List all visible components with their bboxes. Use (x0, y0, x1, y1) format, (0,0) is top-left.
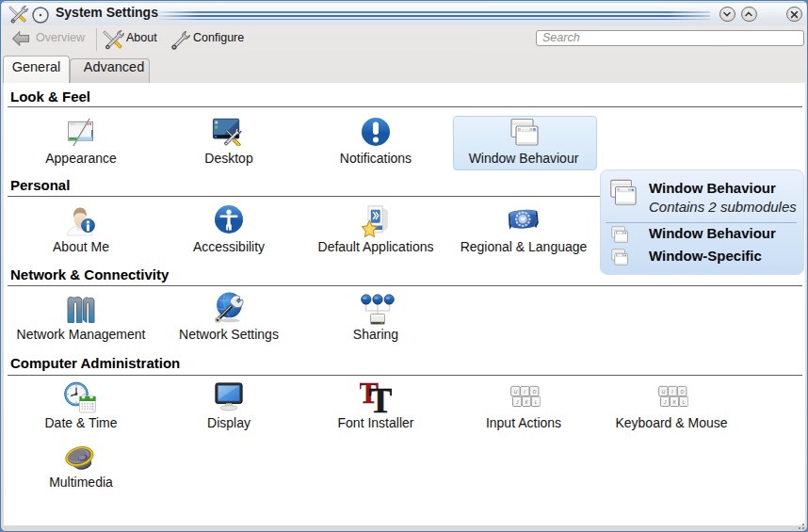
svg-text:T: T (368, 381, 392, 413)
